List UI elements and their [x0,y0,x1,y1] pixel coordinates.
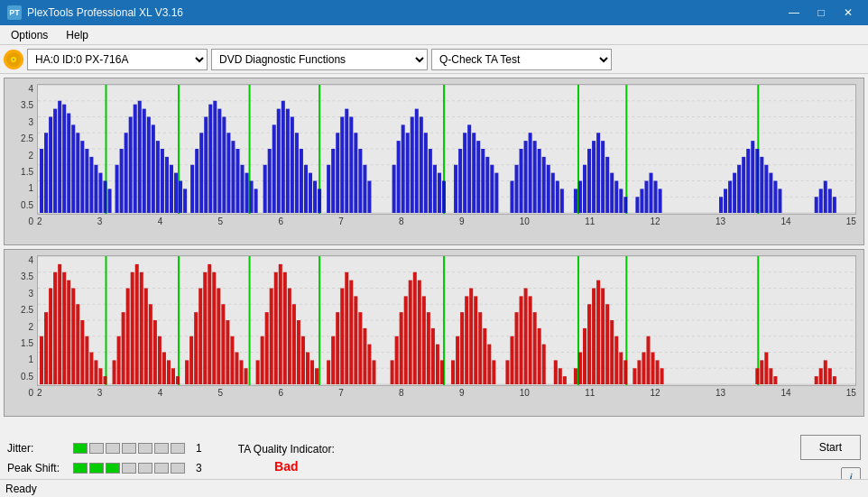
svg-rect-280 [578,353,582,385]
svg-rect-80 [345,109,348,213]
svg-rect-298 [660,368,664,384]
svg-rect-20 [76,133,79,213]
svg-rect-52 [217,109,221,213]
svg-rect-285 [601,289,605,385]
svg-rect-111 [520,149,523,213]
svg-rect-274 [542,345,546,384]
svg-rect-261 [474,296,477,384]
svg-rect-283 [592,289,596,385]
peakshift-meter [73,463,185,474]
svg-rect-120 [556,181,559,214]
peakshift-row: Peak Shift: 3 [7,462,202,474]
svg-rect-70 [300,149,303,213]
svg-rect-37 [152,124,155,213]
svg-rect-185 [103,376,106,384]
svg-rect-122 [574,189,577,213]
svg-rect-155 [778,189,781,213]
svg-rect-91 [415,109,419,213]
svg-rect-40 [165,157,169,213]
svg-rect-297 [656,360,660,384]
svg-rect-27 [103,181,106,214]
svg-rect-248 [413,272,417,384]
svg-rect-99 [454,165,457,213]
svg-rect-269 [520,296,523,384]
svg-rect-253 [436,345,439,384]
svg-rect-193 [144,289,148,385]
svg-rect-290 [619,353,623,385]
svg-rect-125 [587,149,591,213]
svg-rect-44 [179,181,182,214]
svg-rect-189 [126,289,130,385]
svg-rect-60 [250,181,254,214]
svg-rect-272 [533,312,537,384]
svg-rect-184 [98,368,102,384]
svg-rect-229 [306,353,309,385]
svg-rect-138 [649,173,652,213]
svg-rect-200 [171,368,175,384]
blue-chart [37,84,856,215]
red-chart [37,255,856,386]
svg-rect-87 [397,141,401,213]
svg-rect-206 [203,272,207,384]
svg-rect-13 [44,133,48,213]
close-button[interactable]: ✕ [836,4,861,22]
jitter-seg-1 [73,443,88,454]
svg-rect-192 [140,272,143,384]
svg-rect-28 [108,189,112,213]
svg-rect-29 [115,165,119,213]
svg-rect-173 [53,272,57,384]
svg-rect-32 [129,117,133,214]
svg-rect-245 [400,312,403,384]
svg-rect-22 [85,149,88,213]
svg-rect-241 [367,345,371,384]
svg-rect-145 [733,173,736,213]
svg-rect-115 [538,149,541,213]
svg-rect-211 [226,320,229,384]
menu-help[interactable]: Help [59,27,96,43]
svg-rect-49 [204,117,208,214]
menu-options[interactable]: Options [4,27,55,43]
minimize-button[interactable]: — [781,4,807,22]
svg-rect-262 [478,312,482,384]
svg-rect-112 [524,141,528,213]
svg-rect-291 [623,360,627,384]
svg-rect-110 [515,165,519,213]
function-select[interactable]: DVD Diagnostic Functions [211,49,428,70]
svg-rect-101 [463,133,466,213]
svg-rect-286 [605,304,609,384]
svg-rect-308 [828,368,832,384]
svg-rect-21 [80,141,84,213]
svg-rect-90 [411,117,414,214]
test-select[interactable]: Q-Check TA Test [431,49,612,70]
svg-rect-191 [135,264,139,384]
svg-rect-73 [309,173,312,213]
metrics-section: Jitter: 1 Peak Shift: [7,442,202,474]
svg-rect-236 [345,272,348,384]
svg-rect-263 [483,328,486,384]
peakshift-seg-1 [73,463,88,474]
svg-rect-48 [199,133,203,213]
svg-rect-47 [195,149,199,213]
svg-rect-117 [547,165,550,213]
svg-rect-226 [297,320,300,384]
svg-rect-255 [440,360,444,384]
svg-rect-174 [58,264,61,384]
jitter-seg-4 [122,443,136,454]
maximize-button[interactable]: □ [808,4,834,22]
svg-rect-88 [402,124,405,213]
svg-rect-75 [318,189,321,213]
svg-rect-79 [340,117,344,214]
svg-rect-146 [737,165,741,213]
svg-rect-259 [465,296,468,384]
svg-rect-250 [422,296,426,384]
svg-rect-176 [67,281,70,384]
peakshift-seg-7 [171,463,185,474]
svg-rect-66 [282,101,285,213]
drive-select[interactable]: HA:0 ID:0 PX-716A [27,49,208,70]
svg-rect-89 [406,133,410,213]
svg-rect-306 [819,368,823,384]
svg-rect-224 [288,289,291,385]
blue-chart-wrapper: 4 3.5 3 2.5 2 1.5 1 0.5 0 [4,78,864,245]
svg-rect-178 [76,304,79,384]
start-button[interactable]: Start [800,435,861,460]
